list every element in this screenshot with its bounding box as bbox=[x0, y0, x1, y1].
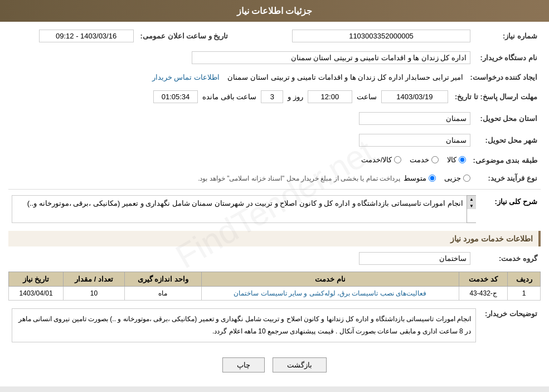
col-header-service-code: کد خدمت bbox=[459, 272, 507, 287]
deadline-table: مهلت ارسال پاسخ: تا تاریخ: 1403/03/19 سا… bbox=[8, 88, 541, 105]
province-table: استان محل تحویل: سمنان bbox=[8, 110, 541, 127]
announcement-cell: 1403/03/16 - 09:12 bbox=[8, 27, 137, 45]
purchase-type-label-jozi: جزیی bbox=[444, 174, 461, 182]
need-desc-cell: ▲ ▼ انجام امورات تاسیساتی بازداشتگاه و ا… bbox=[8, 193, 479, 225]
purchase-type-note: پرداخت تمام یا بخشی از مبلغ خریدار محل "… bbox=[198, 175, 400, 182]
buyer-org-cell: اداره کل زندان ها و اقدامات تامینی و ترب… bbox=[8, 49, 474, 66]
purchase-type-radio-jozi[interactable] bbox=[463, 175, 470, 182]
service-group-cell: ساختمان bbox=[8, 250, 474, 267]
purchase-type-label: نوع فرآیند خرید: bbox=[474, 172, 541, 185]
back-button[interactable]: بازگشت bbox=[273, 357, 327, 372]
table-row: 1 ج-432-43 فعالیت‌های نصب تاسیسات برق، ل… bbox=[9, 287, 541, 301]
deadline-time: 12:00 bbox=[308, 90, 352, 103]
delivery-city-value: سمنان bbox=[359, 134, 470, 147]
page-header: جزئیات اطلاعات نیاز bbox=[0, 0, 549, 22]
col-header-unit: واحد اندازه گیری bbox=[124, 272, 201, 287]
scroll-up-btn[interactable]: ▲ bbox=[467, 196, 476, 202]
deadline-cell: 1403/03/19 ساعت 12:00 روز و 3 ساعت باقی … bbox=[8, 88, 451, 105]
buyer-description-value: انجام امورات تاسیساتی بازداشتگاه و اداره… bbox=[12, 308, 476, 342]
page-wrapper: جزئیات اطلاعات نیاز FindTender.net شماره… bbox=[0, 0, 549, 386]
category-label-kala: کالا bbox=[447, 156, 456, 164]
requester-value: امیر ترابی حسابدار اداره کل زندان ها و ا… bbox=[227, 73, 463, 81]
category-radio-group: کالا خدمت کالا/خدمت bbox=[361, 156, 467, 164]
need-desc-table: شرح کلی نیاز: ▲ ▼ انجام امورات تاسیساتی … bbox=[8, 193, 541, 225]
col-header-row-num: ردیف bbox=[508, 272, 541, 287]
bottom-buttons: بازگشت چاپ bbox=[8, 349, 541, 381]
buyer-desc-cell: انجام امورات تاسیساتی بازداشتگاه و اداره… bbox=[8, 306, 479, 345]
print-button[interactable]: چاپ bbox=[222, 357, 265, 372]
buyer-org-label: نام دستگاه خریدار: bbox=[474, 49, 541, 66]
need-number-cell: 1103003352000005 bbox=[239, 27, 474, 45]
category-cell: کالا خدمت کالا/خدمت bbox=[8, 153, 469, 167]
deadline-remaining: 01:05:34 bbox=[153, 90, 198, 103]
service-group-label: گروه خدمت: bbox=[474, 250, 541, 267]
cell-row-num: 1 bbox=[508, 287, 541, 301]
need-number-value: 1103003352000005 bbox=[292, 30, 470, 42]
buyer-desc-table: توضیحات خریدار: انجام امورات تاسیساتی با… bbox=[8, 306, 541, 345]
category-option-kala[interactable]: کالا bbox=[447, 156, 466, 164]
category-radio-kala-khedmat[interactable] bbox=[394, 156, 401, 163]
col-header-service-name: نام خدمت bbox=[201, 272, 459, 287]
category-table: طبقه بندی موضوعی: کالا خدمت bbox=[8, 153, 541, 167]
category-radio-khedmat[interactable] bbox=[431, 156, 439, 163]
buyer-org-table: نام دستگاه خریدار: اداره کل زندان ها و ا… bbox=[8, 49, 541, 66]
purchase-type-radio-group: جزیی متوسط bbox=[404, 174, 470, 182]
deadline-days-label: روز و bbox=[288, 93, 303, 101]
cell-service-code: ج-432-43 bbox=[459, 287, 507, 301]
category-option-kala-khedmat[interactable]: کالا/خدمت bbox=[361, 156, 402, 164]
city-table: شهر محل تحویل: سمنان bbox=[8, 132, 541, 149]
announcement-label: تاریخ و ساعت اعلان عمومی: bbox=[137, 27, 240, 45]
cell-service-name: فعالیت‌های نصب تاسیسات برق، لوله‌کشی و س… bbox=[201, 287, 459, 301]
services-section-title: اطلاعات خدمات مورد نیاز bbox=[8, 231, 541, 246]
col-header-need-date: تاریخ نیاز bbox=[9, 272, 64, 287]
delivery-province-cell: سمنان bbox=[8, 110, 474, 127]
services-table: ردیف کد خدمت نام خدمت واحد اندازه گیری ت… bbox=[8, 272, 541, 301]
main-content: FindTender.net شماره نیاز: 1103003352000… bbox=[0, 22, 549, 386]
buyer-org-value: اداره کل زندان ها و اقدامات تامینی و ترب… bbox=[192, 51, 470, 64]
delivery-city-label: شهر محل تحویل: bbox=[474, 132, 541, 149]
deadline-label: مهلت ارسال پاسخ: تا تاریخ: bbox=[451, 88, 541, 105]
cell-quantity: 10 bbox=[64, 287, 124, 301]
deadline-remaining-label-text: ساعت باقی مانده bbox=[202, 93, 256, 101]
category-label: طبقه بندی موضوعی: bbox=[469, 153, 541, 167]
service-group-value: ساختمان bbox=[359, 252, 470, 265]
purchase-type-cell: جزیی متوسط پرداخت تمام یا بخشی از مبلغ خ… bbox=[8, 172, 474, 185]
category-radio-kala[interactable] bbox=[459, 156, 466, 163]
need-description-value: انجام امورات تاسیساتی بازداشتگاه و اداره… bbox=[12, 195, 467, 223]
category-label-khedmat: خدمت bbox=[410, 156, 429, 164]
category-label-kala-khedmat: کالا/خدمت bbox=[361, 156, 392, 164]
announcement-value: 1403/03/16 - 09:12 bbox=[39, 30, 134, 42]
divider-1 bbox=[8, 189, 541, 190]
need-number-label: شماره نیاز: bbox=[474, 27, 541, 45]
deadline-days: 3 bbox=[261, 90, 283, 103]
page-title: جزئیات اطلاعات نیاز bbox=[237, 6, 313, 16]
requester-cell: امیر ترابی حسابدار اداره کل زندان ها و ا… bbox=[8, 71, 467, 84]
requester-table: ایجاد کننده درخواست: امیر ترابی حسابدار … bbox=[8, 71, 541, 84]
requester-label: ایجاد کننده درخواست: bbox=[467, 71, 541, 84]
delivery-city-cell: سمنان bbox=[8, 132, 474, 149]
purchase-type-option-jozi[interactable]: جزیی bbox=[444, 174, 470, 182]
service-group-table: گروه خدمت: ساختمان bbox=[8, 250, 541, 267]
scroll-arrows: ▲ ▼ bbox=[467, 195, 476, 223]
top-info-table: شماره نیاز: 1103003352000005 تاریخ و ساع… bbox=[8, 27, 541, 45]
purchase-type-table: نوع فرآیند خرید: جزیی متوسط bbox=[8, 172, 541, 185]
col-header-quantity: تعداد / مقدار bbox=[64, 272, 124, 287]
deadline-time-label: ساعت bbox=[357, 93, 377, 101]
cell-need-date: 1403/04/01 bbox=[9, 287, 64, 301]
cell-unit: ماه bbox=[124, 287, 201, 301]
purchase-type-option-motevaset[interactable]: متوسط bbox=[404, 174, 436, 182]
contact-link[interactable]: اطلاعات تماس خریدار bbox=[152, 73, 220, 81]
category-option-khedmat[interactable]: خدمت bbox=[410, 156, 439, 164]
scroll-down-btn[interactable]: ▼ bbox=[467, 202, 476, 209]
need-desc-label: شرح کلی نیاز: bbox=[479, 193, 541, 225]
delivery-province-value: سمنان bbox=[359, 112, 470, 125]
delivery-province-label: استان محل تحویل: bbox=[474, 110, 541, 127]
purchase-type-radio-motevaset[interactable] bbox=[429, 175, 436, 182]
buyer-desc-label: توضیحات خریدار: bbox=[479, 306, 541, 345]
deadline-date: 1403/03/19 bbox=[381, 90, 448, 103]
purchase-type-label-motevaset: متوسط bbox=[404, 174, 426, 182]
